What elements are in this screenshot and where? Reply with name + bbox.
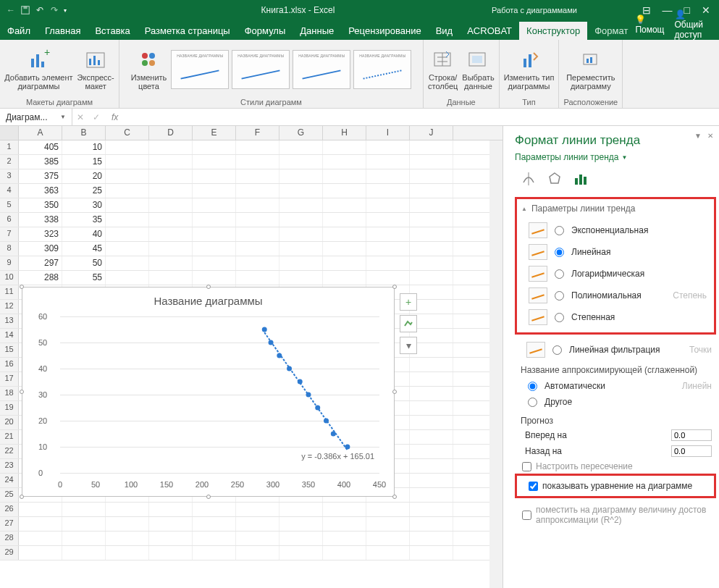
options-category-icon[interactable] <box>573 171 589 187</box>
embedded-chart[interactable]: Название диаграммы 010203040506005010015… <box>22 287 395 497</box>
cell[interactable] <box>106 169 149 183</box>
cell[interactable]: 309 <box>19 242 62 256</box>
cell[interactable] <box>149 271 193 285</box>
show-r2-checkbox[interactable] <box>522 511 531 520</box>
back-icon[interactable]: ← <box>6 5 16 15</box>
col-header[interactable]: H <box>323 126 366 140</box>
resize-handle[interactable] <box>20 495 24 499</box>
cell[interactable] <box>193 242 236 256</box>
chart-title[interactable]: Название диаграммы <box>22 287 394 311</box>
row-header[interactable]: 5 <box>0 198 19 212</box>
switch-rowcol-button[interactable]: Строка/ столбец <box>428 49 458 91</box>
cell[interactable] <box>236 517 279 531</box>
cell[interactable] <box>193 256 236 270</box>
chart-style-4[interactable]: НАЗВАНИЕ ДИАГРАММЫ <box>353 50 411 89</box>
grid-row[interactable]: 436325 <box>0 184 503 198</box>
chart-style-1[interactable]: НАЗВАНИЕ ДИАГРАММЫ <box>171 50 229 89</box>
cell[interactable] <box>149 198 193 212</box>
cell[interactable] <box>236 140 279 154</box>
cell[interactable] <box>106 517 149 531</box>
cell[interactable] <box>106 140 149 154</box>
name-box[interactable]: Диаграм...▼ <box>0 109 72 125</box>
cell[interactable] <box>366 271 410 285</box>
qat-dropdown-icon[interactable]: ▾ <box>64 7 67 14</box>
cell[interactable] <box>410 401 453 415</box>
trendline-options-header[interactable]: ▲Параметры линии тренда <box>521 203 711 214</box>
cell[interactable] <box>149 140 193 154</box>
auto-name-radio[interactable] <box>528 382 537 391</box>
cell[interactable] <box>410 517 453 531</box>
cell[interactable] <box>366 198 410 212</box>
tab-file[interactable]: Файл <box>0 22 38 40</box>
cell[interactable] <box>279 155 323 169</box>
row-header[interactable]: 4 <box>0 184 19 198</box>
cell[interactable] <box>193 155 236 169</box>
trendline-equation[interactable]: y = -0.386x + 165.01 <box>301 452 374 461</box>
grid-row[interactable]: 337520 <box>0 169 503 184</box>
cell[interactable] <box>410 227 453 241</box>
cell[interactable] <box>106 546 149 560</box>
cell[interactable] <box>106 184 149 198</box>
resize-handle[interactable] <box>20 285 24 289</box>
cell[interactable] <box>106 213 149 227</box>
plot-area[interactable]: 0102030405060050100150200250300350400450… <box>60 316 379 473</box>
cell[interactable]: 20 <box>62 169 106 183</box>
cell[interactable] <box>410 198 453 212</box>
cell[interactable] <box>323 256 366 270</box>
cell[interactable] <box>149 169 193 183</box>
panel-close-icon[interactable]: ✕ <box>707 132 713 140</box>
polynomial-radio[interactable] <box>555 291 564 301</box>
ribbon-options-icon[interactable]: ⊟ <box>642 4 651 16</box>
tab-home[interactable]: Главная <box>38 22 88 40</box>
grid-row[interactable]: 830945 <box>0 242 503 256</box>
cell[interactable] <box>106 271 149 285</box>
cell[interactable] <box>193 503 236 516</box>
cell[interactable] <box>62 503 106 516</box>
row-header[interactable]: 14 <box>0 329 19 343</box>
cell[interactable] <box>410 155 453 169</box>
cell[interactable] <box>193 532 236 545</box>
cell[interactable] <box>366 184 410 198</box>
chart-styles-button[interactable] <box>400 315 417 332</box>
cell[interactable] <box>410 416 453 429</box>
cell[interactable] <box>193 227 236 241</box>
resize-handle[interactable] <box>206 285 211 289</box>
grid-row[interactable]: 28 <box>0 532 503 546</box>
cell[interactable] <box>323 155 366 169</box>
cell[interactable] <box>410 546 453 560</box>
row-header[interactable]: 13 <box>0 314 19 328</box>
grid-row[interactable]: 633835 <box>0 213 503 227</box>
cell[interactable]: 405 <box>19 140 62 154</box>
cell[interactable] <box>193 169 236 183</box>
cell[interactable] <box>149 256 193 270</box>
grid-row[interactable]: 929750 <box>0 256 503 271</box>
cell[interactable] <box>149 532 193 545</box>
cell[interactable] <box>366 546 410 560</box>
col-header[interactable]: F <box>236 126 279 140</box>
grid-row[interactable]: 27 <box>0 517 503 532</box>
cell[interactable] <box>323 198 366 212</box>
cell[interactable] <box>366 169 410 183</box>
tab-data[interactable]: Данные <box>293 22 341 40</box>
change-chart-type-button[interactable]: Изменить тип диаграммы <box>504 49 555 91</box>
cell[interactable] <box>410 256 453 270</box>
cell[interactable]: 55 <box>62 271 106 285</box>
row-header[interactable]: 6 <box>0 213 19 227</box>
cell[interactable]: 50 <box>62 256 106 270</box>
cell[interactable] <box>149 503 193 516</box>
tab-pagelayout[interactable]: Разметка страницы <box>138 22 237 40</box>
add-chart-element-button[interactable]: + Добавить элемент диаграммы <box>4 49 72 91</box>
other-name-radio[interactable] <box>528 398 537 407</box>
cell[interactable] <box>149 517 193 531</box>
cell[interactable] <box>410 169 453 183</box>
grid-row[interactable]: 1028855 <box>0 271 503 285</box>
cell[interactable] <box>279 213 323 227</box>
cell[interactable] <box>193 198 236 212</box>
row-header[interactable]: 10 <box>0 271 19 285</box>
chart-styles-gallery[interactable]: НАЗВАНИЕ ДИАГРАММЫ НАЗВАНИЕ ДИАГРАММЫ НА… <box>171 50 411 89</box>
cell[interactable] <box>193 184 236 198</box>
cell[interactable] <box>62 546 106 560</box>
cell[interactable]: 45 <box>62 242 106 256</box>
row-header[interactable]: 18 <box>0 387 19 400</box>
close-icon[interactable]: ✕ <box>702 4 710 16</box>
